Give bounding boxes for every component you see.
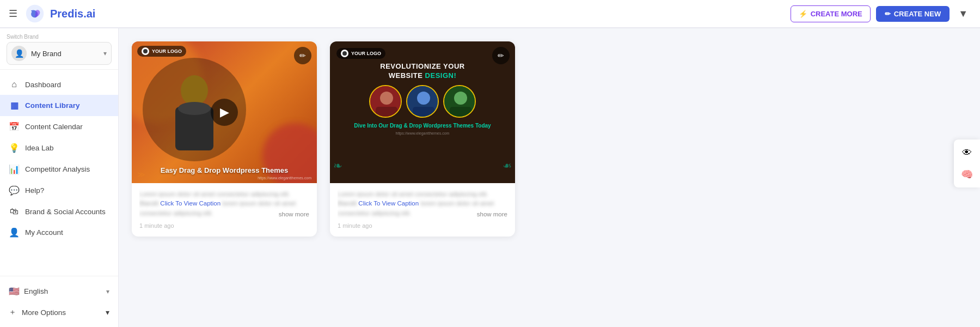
svg-rect-12 bbox=[450, 107, 471, 118]
corner-decoration-right: ❧ bbox=[503, 159, 512, 172]
card2-edit-button[interactable]: ✏ bbox=[492, 47, 510, 64]
create-more-button[interactable]: ⚡ CREATE MORE bbox=[791, 5, 871, 22]
card1-time: 1 minute ago bbox=[139, 222, 309, 229]
sidebar-item-content-library[interactable]: ▦ Content Library bbox=[0, 95, 118, 116]
predis-logo-icon bbox=[25, 4, 45, 23]
svg-point-5 bbox=[380, 92, 393, 105]
account-icon: 👤 bbox=[9, 227, 20, 238]
sidebar-item-content-calendar[interactable]: 📅 Content Calendar bbox=[0, 116, 118, 137]
card2-circles bbox=[369, 85, 476, 118]
chevron-down-icon: ▾ bbox=[106, 288, 109, 295]
hamburger-icon[interactable]: ☰ bbox=[9, 8, 17, 20]
content-card-2: YOUR LOGO REVOLUTIONIZE YOURWEBSITE DESI… bbox=[330, 41, 515, 237]
svg-point-3 bbox=[178, 102, 211, 115]
card2-caption: Lorem ipsum dolor sit amet consectetur a… bbox=[338, 190, 507, 219]
logo-text: Predis.ai bbox=[50, 8, 95, 20]
language-selector[interactable]: 🇺🇸 English ▾ bbox=[0, 281, 118, 302]
content-library-icon: ▦ bbox=[9, 100, 20, 111]
chart-icon: 📊 bbox=[9, 164, 20, 174]
svg-point-1 bbox=[181, 75, 208, 106]
card2-title: REVOLUTIONIZE YOURWEBSITE DESIGN! bbox=[380, 62, 464, 81]
play-button-center[interactable]: ▶ bbox=[211, 99, 238, 126]
language-label: English bbox=[24, 287, 102, 295]
more-options-label: More Options bbox=[22, 308, 66, 317]
nav-items: ⌂ Dashboard ▦ Content Library 📅 Content … bbox=[0, 70, 118, 276]
card1-url: https://www.elegantthemes.com bbox=[258, 176, 311, 180]
sidebar-item-my-account[interactable]: 👤 My Account bbox=[0, 222, 118, 243]
topbar-right: ⚡ CREATE MORE ✏ CREATE NEW ▼ bbox=[791, 5, 971, 23]
switch-brand-section: Switch Brand 👤 My Brand ▾ bbox=[0, 28, 118, 70]
svg-rect-6 bbox=[376, 107, 397, 118]
cards-grid: YOUR LOGO ≫ ▶ Easy Drag & Drop Wordpress… bbox=[132, 41, 967, 237]
sidebar-item-label: Content Calendar bbox=[25, 123, 83, 131]
card1-background: YOUR LOGO ≫ ▶ Easy Drag & Drop Wordpress… bbox=[132, 41, 317, 183]
brand-avatar: 👤 bbox=[11, 46, 27, 61]
sidebar-item-competitor-analysis[interactable]: 📊 Competitor Analysis bbox=[0, 159, 118, 180]
card2-image: YOUR LOGO REVOLUTIONIZE YOURWEBSITE DESI… bbox=[330, 41, 515, 183]
layout: Switch Brand 👤 My Brand ▾ ⌂ Dashboard ▦ … bbox=[0, 28, 980, 327]
card2-caption-link[interactable]: Click To View Caption bbox=[358, 200, 419, 207]
content-card-1: YOUR LOGO ≫ ▶ Easy Drag & Drop Wordpress… bbox=[132, 41, 317, 237]
brand-name: My Brand bbox=[31, 50, 99, 58]
flag-icon: 🇺🇸 bbox=[9, 286, 20, 296]
card1-edit-button[interactable]: ✏ bbox=[294, 47, 311, 64]
sidebar-item-label: Dashboard bbox=[25, 81, 61, 89]
card1-title: Easy Drag & Drop Wordpress Themes bbox=[161, 166, 289, 174]
sidebar: Switch Brand 👤 My Brand ▾ ⌂ Dashboard ▦ … bbox=[0, 28, 119, 327]
switch-brand-label: Switch Brand bbox=[7, 34, 112, 40]
nav-bottom: 🇺🇸 English ▾ ＋ More Options ▾ bbox=[0, 276, 118, 327]
sidebar-item-label: Idea Lab bbox=[25, 144, 54, 152]
sidebar-item-brand-social[interactable]: 🛍 Brand & Social Accounts bbox=[0, 201, 118, 222]
plus-icon: ＋ bbox=[9, 307, 16, 317]
sidebar-item-label: Help? bbox=[25, 186, 44, 195]
play-icon[interactable]: ▶ bbox=[211, 99, 238, 126]
card2-body: Lorem ipsum dolor sit amet consectetur a… bbox=[330, 183, 515, 237]
sidebar-item-label: Brand & Social Accounts bbox=[25, 208, 106, 216]
card2-time: 1 minute ago bbox=[338, 222, 507, 229]
card1-caption: Lorem ipsum dolor sit amet consectetur a… bbox=[139, 190, 309, 219]
card2-logo-bar: YOUR LOGO bbox=[336, 48, 509, 59]
your-logo-badge: YOUR LOGO bbox=[137, 46, 186, 57]
logo-badge-text: YOUR LOGO bbox=[152, 49, 182, 54]
right-edge-panel: 👁 🧠 bbox=[954, 140, 980, 187]
create-new-button[interactable]: ✏ CREATE NEW bbox=[876, 6, 950, 22]
lightning-icon: ⚡ bbox=[799, 10, 807, 18]
brand-selector[interactable]: 👤 My Brand ▾ bbox=[7, 42, 112, 65]
topbar: ☰ Predis.ai ⚡ CREATE MORE ✏ CREATE NEW ▼ bbox=[0, 0, 980, 28]
sidebar-item-help[interactable]: 💬 Help? bbox=[0, 180, 118, 201]
card1-logo-bar: YOUR LOGO ≫ bbox=[132, 41, 317, 61]
card2-show-more[interactable]: show more bbox=[477, 210, 507, 219]
chevron-down-icon: ▾ bbox=[106, 308, 109, 317]
sidebar-item-label: Content Library bbox=[25, 101, 80, 110]
sidebar-item-dashboard[interactable]: ⌂ Dashboard bbox=[0, 74, 118, 95]
home-icon: ⌂ bbox=[9, 80, 20, 89]
circle-2 bbox=[406, 85, 439, 118]
eye-icon[interactable]: 👁 bbox=[958, 144, 976, 161]
card2-url: https://www.elegantthemes.com bbox=[396, 131, 450, 135]
card2-logo-text: YOUR LOGO bbox=[351, 51, 381, 56]
card1-body: Lorem ipsum dolor sit amet consectetur a… bbox=[132, 183, 317, 237]
filter-icon: ▼ bbox=[958, 8, 968, 19]
card1-show-more[interactable]: show more bbox=[279, 210, 309, 219]
main-content: YOUR LOGO ≫ ▶ Easy Drag & Drop Wordpress… bbox=[119, 28, 980, 327]
card1-image: YOUR LOGO ≫ ▶ Easy Drag & Drop Wordpress… bbox=[132, 41, 317, 183]
sidebar-item-idea-lab[interactable]: 💡 Idea Lab bbox=[0, 137, 118, 159]
brand-icon: 🛍 bbox=[9, 207, 20, 216]
svg-point-11 bbox=[454, 92, 467, 105]
brain-icon[interactable]: 🧠 bbox=[958, 166, 976, 183]
filter-button[interactable]: ▼ bbox=[955, 5, 971, 23]
more-options-button[interactable]: ＋ More Options ▾ bbox=[0, 302, 118, 323]
card1-caption-link[interactable]: Click To View Caption bbox=[160, 200, 220, 207]
pencil-icon: ✏ bbox=[885, 10, 891, 18]
card2-logo-badge: YOUR LOGO bbox=[336, 48, 385, 59]
corner-decoration-left: ❧ bbox=[333, 159, 342, 172]
circle-3 bbox=[443, 85, 476, 118]
card2-background: YOUR LOGO REVOLUTIONIZE YOURWEBSITE DESI… bbox=[330, 41, 515, 183]
circle-1 bbox=[369, 85, 402, 118]
topbar-left: ☰ Predis.ai bbox=[9, 4, 95, 23]
help-icon: 💬 bbox=[9, 185, 20, 196]
svg-rect-9 bbox=[413, 107, 434, 118]
idea-icon: 💡 bbox=[9, 143, 20, 153]
sidebar-item-label: My Account bbox=[25, 228, 63, 237]
calendar-icon: 📅 bbox=[9, 122, 20, 132]
